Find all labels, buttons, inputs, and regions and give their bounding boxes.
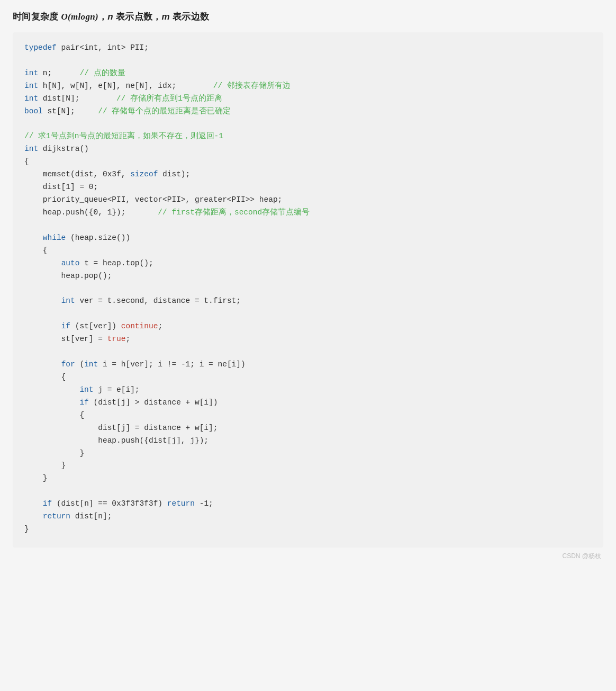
code-line-24: st[ver] = true;	[24, 333, 592, 346]
comment-dist: // 存储所有点到1号点的距离	[116, 94, 222, 103]
comment-push: // first存储距离，second存储节点编号	[158, 208, 310, 217]
kw-int-j: int	[79, 385, 93, 394]
kw-auto: auto	[61, 259, 80, 267]
code-line-17: {	[24, 245, 592, 257]
code-line-9: int dijkstra()	[24, 143, 592, 156]
code-line-31: dist[j] = distance + w[i];	[24, 422, 592, 435]
code-line-23: if (st[ver]) continue;	[24, 320, 592, 333]
kw-typedef: typedef	[24, 43, 57, 52]
code-line-blank-3	[24, 219, 592, 232]
page-container: 时间复杂度 O(mlogn)，n 表示点数，m 表示边数 typedef pai…	[0, 0, 616, 691]
code-line-8: // 求1号点到n号点的最短距离，如果不存在，则返回-1	[24, 130, 592, 143]
kw-if-st: if	[61, 322, 70, 330]
kw-int-fn: int	[24, 145, 38, 153]
code-line-12: dist[1] = 0;	[24, 181, 592, 194]
code-line-19: heap.pop();	[24, 270, 592, 283]
kw-if-dist: if	[79, 398, 88, 407]
math-complexity: O(mlogn)	[61, 12, 98, 22]
code-line-32: heap.push({dist[j], j});	[24, 435, 592, 447]
code-line-5: int dist[N]; // 存储所有点到1号点的距离	[24, 93, 592, 105]
code-line-blank-2	[24, 118, 592, 131]
kw-while: while	[43, 234, 66, 242]
code-line-18: auto t = heap.top();	[24, 257, 592, 270]
code-line-3: int n; // 点的数量	[24, 67, 592, 80]
code-line-27: {	[24, 371, 592, 384]
code-line-37: if (dist[n] == 0x3f3f3f3f) return -1;	[24, 498, 592, 510]
code-line-1: typedef pair<int, int> PII;	[24, 42, 592, 55]
watermark: CSDN @杨枝	[13, 552, 603, 561]
comment-n: // 点的数量	[79, 69, 125, 77]
kw-continue: continue	[121, 322, 158, 330]
kw-int-for: int	[84, 360, 98, 369]
kw-int-ver: int	[61, 297, 75, 305]
code-line-blank-5	[24, 308, 592, 320]
code-line-11: memset(dist, 0x3f, sizeof dist);	[24, 168, 592, 181]
code-line-35: }	[24, 472, 592, 485]
kw-int-arrays: int	[24, 82, 38, 90]
kw-bool: bool	[24, 107, 43, 115]
code-line-26: for (int i = h[ver]; i != -1; i = ne[i])	[24, 358, 592, 371]
code-line-14: heap.push({0, 1}); // first存储距离，second存储…	[24, 207, 592, 219]
comment-st: // 存储每个点的最短距离是否已确定	[98, 107, 231, 115]
kw-int-dist: int	[24, 94, 38, 103]
code-line-blank-4	[24, 283, 592, 295]
code-line-34: }	[24, 460, 592, 472]
comment-func: // 求1号点到n号点的最短距离，如果不存在，则返回-1	[24, 132, 223, 140]
code-line-39: }	[24, 523, 592, 536]
code-line-13: priority_queue<PII, vector<PII>, greater…	[24, 194, 592, 207]
code-line-blank-1	[24, 55, 592, 67]
code-line-33: }	[24, 447, 592, 460]
kw-true: true	[107, 335, 126, 343]
kw-return-neg: return	[167, 499, 195, 508]
code-line-blank-7	[24, 485, 592, 498]
code-line-10: {	[24, 156, 592, 168]
code-line-16: while (heap.size())	[24, 232, 592, 245]
code-line-30: {	[24, 409, 592, 422]
comment-arrays: // 邻接表存储所有边	[213, 82, 291, 90]
kw-if-return: if	[43, 499, 52, 508]
code-line-6: bool st[N]; // 存储每个点的最短距离是否已确定	[24, 105, 592, 118]
kw-for: for	[61, 360, 75, 369]
code-line-28: int j = e[i];	[24, 384, 592, 397]
kw-return: return	[43, 512, 70, 521]
code-block: typedef pair<int, int> PII; int n; // 点的…	[13, 32, 603, 548]
code-line-21: int ver = t.second, distance = t.first;	[24, 295, 592, 308]
kw-sizeof: sizeof	[130, 170, 158, 178]
kw-int-n: int	[24, 69, 38, 77]
code-line-29: if (dist[j] > distance + w[i])	[24, 397, 592, 409]
code-line-4: int h[N], w[N], e[N], ne[N], idx; // 邻接表…	[24, 80, 592, 93]
page-title: 时间复杂度 O(mlogn)，n 表示点数，m 表示边数	[13, 11, 603, 23]
code-line-38: return dist[n];	[24, 510, 592, 523]
code-line-blank-6	[24, 346, 592, 358]
